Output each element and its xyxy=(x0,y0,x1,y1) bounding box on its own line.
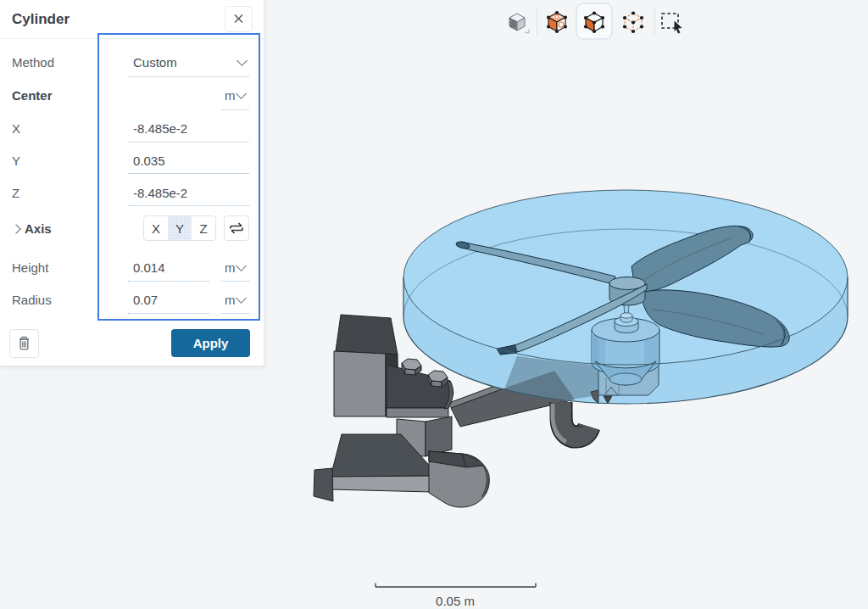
svg-text:0.05 m: 0.05 m xyxy=(436,594,475,608)
